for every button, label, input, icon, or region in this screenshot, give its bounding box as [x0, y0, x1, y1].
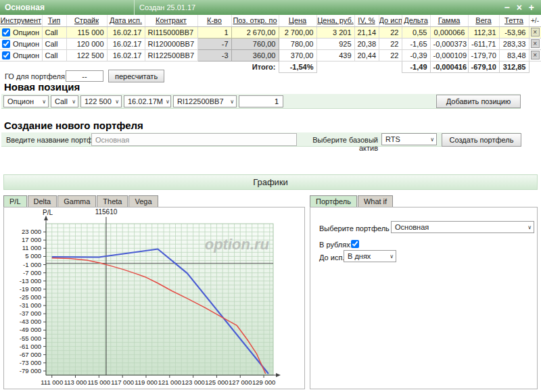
strike-cell: 122 500 — [66, 49, 107, 61]
theta-cell: -53,96 — [499, 26, 529, 38]
svg-text:121 000: 121 000 — [158, 378, 181, 386]
col-vega[interactable]: Вега — [468, 15, 499, 26]
row-enabled-checkbox[interactable] — [2, 28, 10, 36]
delete-row-button[interactable]: × — [531, 28, 540, 36]
newpos-contract-select[interactable]: RI122500BB7 ∨ — [173, 95, 237, 107]
svg-text:-73 000: -73 000 — [20, 359, 41, 366]
tab-pl[interactable]: P/L — [3, 195, 27, 207]
col-theta[interactable]: Тетта — [499, 15, 529, 26]
theta-cell: 283,33 — [499, 38, 529, 49]
recalculate-button[interactable]: пересчитать — [108, 70, 164, 82]
exp-date-cell: 16.02.17 — [107, 49, 145, 61]
create-portfolio-button[interactable]: Создать портфель — [442, 133, 521, 147]
svg-text:-49 000: -49 000 — [20, 326, 41, 333]
theta-cell: 83,48 — [499, 49, 529, 61]
col-iv[interactable]: IV, % — [354, 15, 379, 26]
newpos-type-select[interactable]: Call ∨ — [51, 95, 78, 107]
newpos-date-value: 16.02.17M — [128, 97, 163, 105]
tab-vega[interactable]: Vega — [128, 195, 158, 207]
chevron-down-icon: ∨ — [227, 99, 234, 105]
newpos-instrument-select[interactable]: Опцион ∨ — [3, 95, 49, 107]
portfolio-title: Основная — [0, 3, 134, 12]
add-position-button[interactable]: Добавить позицию — [436, 95, 521, 108]
col-type[interactable]: Тип — [42, 15, 66, 26]
table-row: Опцион Call 115 000 16.02.17 RI115000BB7… — [0, 26, 541, 38]
svg-text:115610: 115610 — [95, 208, 118, 216]
open-price-cell[interactable]: 760,00 — [231, 38, 279, 49]
tab-whatif[interactable]: What if — [358, 195, 393, 207]
delta-cell: 0,55 — [402, 26, 430, 38]
col-price-rub[interactable]: Цена, руб. — [316, 15, 354, 26]
newpos-date-select[interactable]: 16.02.17M ∨ — [124, 95, 171, 107]
svg-text:129 000: 129 000 — [252, 378, 275, 386]
svg-text:-13 000: -13 000 — [20, 277, 41, 285]
days-select[interactable]: В днях ∨ — [344, 250, 396, 262]
minimize-icon[interactable]: − — [504, 1, 509, 14]
charts-banner: Графики — [3, 174, 538, 190]
qty-cell[interactable]: -3 — [197, 49, 231, 61]
chevron-down-icon: ∨ — [112, 99, 119, 105]
newpos-type-value: Call — [55, 97, 68, 105]
open-price-cell[interactable]: 2 670,00 — [231, 26, 279, 38]
delete-row-button[interactable]: × — [531, 39, 540, 48]
col-open-price[interactable]: Поз. откр. по — [231, 15, 279, 26]
col-strike[interactable]: Страйк — [66, 15, 107, 26]
chevron-down-icon: ∨ — [427, 137, 434, 143]
row-enabled-checkbox[interactable] — [2, 40, 10, 48]
col-delta[interactable]: Дельта — [402, 15, 430, 26]
svg-text:-55 000: -55 000 — [20, 335, 41, 342]
col-qty[interactable]: К-во — [197, 15, 231, 26]
chevron-down-icon: ∨ — [525, 224, 532, 230]
tab-delta[interactable]: Delta — [28, 195, 57, 207]
svg-text:11 000: 11 000 — [22, 244, 41, 251]
create-portfolio-row: Введите название портфеля Выберите базов… — [1, 132, 521, 147]
svg-text:-37 000: -37 000 — [20, 310, 41, 317]
tab-theta[interactable]: Theta — [97, 195, 128, 207]
newpos-strike-select[interactable]: 122 500 ∨ — [80, 95, 122, 107]
rubles-checkbox[interactable] — [351, 240, 359, 248]
col-days[interactable]: До исп. — [379, 15, 402, 26]
newpos-strike-value: 122 500 — [85, 97, 112, 105]
newpos-qty-input[interactable] — [239, 95, 283, 107]
col-gamma[interactable]: Гамма — [430, 15, 468, 26]
delete-row-button[interactable]: × — [531, 51, 540, 59]
new-position-heading: Новая позиция — [4, 81, 80, 93]
new-position-row: Опцион ∨ Call ∨ 122 500 ∨ 16.02.17M ∨ RI… — [1, 94, 521, 109]
svg-text:123 000: 123 000 — [181, 378, 204, 386]
price-cell: 780,00 — [279, 38, 316, 49]
days-cell: 22 — [379, 38, 402, 49]
tab-gamma[interactable]: Gamma — [57, 195, 96, 207]
open-price-cell[interactable]: 360,00 — [231, 49, 279, 61]
newpos-instrument-value: Опцион — [7, 97, 34, 105]
add-icon[interactable]: + — [529, 1, 534, 14]
svg-text:-19 000: -19 000 — [20, 285, 41, 293]
newpos-contract-value: RI122500BB7 — [177, 97, 224, 105]
margin-input[interactable] — [66, 70, 103, 82]
tab-portfolio[interactable]: Портфель — [310, 195, 357, 207]
col-contract[interactable]: Контракт — [145, 15, 197, 26]
base-asset-select[interactable]: RTS ∨ — [381, 133, 437, 145]
portfolio-name-input[interactable] — [91, 133, 297, 146]
col-price[interactable]: Цена — [279, 15, 316, 26]
row-enabled-checkbox[interactable] — [2, 51, 10, 59]
iv-cell: 21,14 — [354, 26, 379, 38]
price-cell: 370,00 — [279, 49, 316, 61]
portfolio-name-label: Введите название портфеля — [6, 136, 105, 144]
col-instrument[interactable]: Инструмент — [0, 15, 42, 26]
close-icon[interactable]: × — [517, 1, 522, 14]
svg-text:117 000: 117 000 — [111, 378, 134, 386]
gamma-cell: -0,000373 — [430, 38, 468, 49]
qty-cell[interactable]: -7 — [197, 38, 231, 49]
chart-panel: option.ru115610P/L23 00017 00011 0005 00… — [3, 207, 305, 389]
type-cell: Call — [42, 49, 66, 61]
rubles-label: В рублях: — [319, 241, 352, 249]
chevron-down-icon: ∨ — [69, 99, 76, 105]
svg-text:-1 000: -1 000 — [23, 261, 41, 268]
svg-text:127 000: 127 000 — [229, 378, 252, 386]
portfolio-titlebar: Основная Создан 25.01.17 − × + — [0, 0, 541, 15]
qty-cell[interactable]: 1 — [197, 26, 231, 38]
col-exp-date[interactable]: Дата исп. — [107, 15, 145, 26]
portfolio-select[interactable]: Основная ∨ — [391, 221, 534, 233]
exp-date-cell: 16.02.17 — [107, 38, 145, 49]
exp-date-cell: 16.02.17 — [107, 26, 145, 38]
